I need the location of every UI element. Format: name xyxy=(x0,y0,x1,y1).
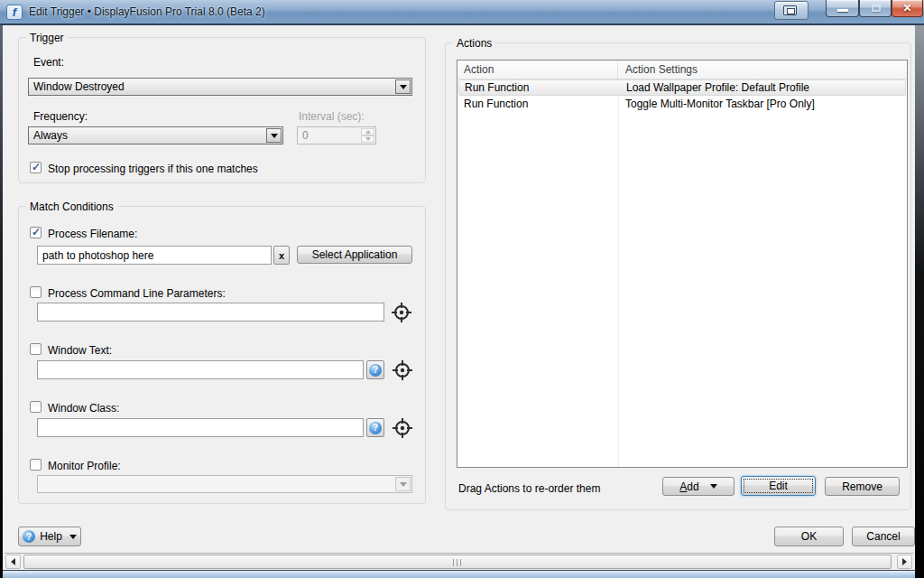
window: f Edit Trigger • DisplayFusion Pro Trial… xyxy=(0,0,924,578)
window-class-input[interactable] xyxy=(37,418,364,437)
cancel-label: Cancel xyxy=(866,530,900,543)
window-class-help-button[interactable]: ? xyxy=(366,418,384,437)
process-command-line-input[interactable] xyxy=(37,303,384,322)
spinner-up-icon xyxy=(365,130,371,134)
window-class-label: Window Class: xyxy=(48,402,119,415)
remove-label: Remove xyxy=(842,480,882,493)
chevron-down-icon xyxy=(400,85,407,89)
scroll-left-button[interactable] xyxy=(5,555,21,569)
interval-spinner: 0 xyxy=(297,126,376,144)
horizontal-scrollbar[interactable] xyxy=(5,553,913,569)
trigger-group-label: Trigger xyxy=(26,32,68,44)
match-conditions-group-label: Match Conditions xyxy=(26,200,117,213)
frequency-dropdown[interactable]: Always xyxy=(28,126,283,144)
window-text-label: Window Text: xyxy=(48,344,112,357)
actions-list[interactable]: Action Action Settings Run Function Load… xyxy=(457,60,908,468)
window-text-input[interactable] xyxy=(37,360,364,379)
cancel-button[interactable]: Cancel xyxy=(852,527,915,546)
action-cell: Run Function xyxy=(458,98,618,110)
action-cell: Run Function xyxy=(459,81,619,94)
monitor-icon xyxy=(783,5,797,15)
monitor-profile-checkbox[interactable] xyxy=(30,459,42,471)
remove-button[interactable]: Remove xyxy=(825,477,900,496)
window-text-help-button[interactable]: ? xyxy=(366,360,384,379)
interval-spin-down xyxy=(361,135,374,143)
monitor-profile-dropdown-button xyxy=(395,477,411,491)
help-button[interactable]: ? Help xyxy=(18,527,81,546)
chevron-down-icon xyxy=(271,134,278,138)
action-row[interactable]: Run Function Toggle Multi-Monitor Taskba… xyxy=(458,96,906,112)
event-label: Event: xyxy=(33,56,64,69)
frequency-label: Frequency: xyxy=(33,110,88,123)
monitor-profile-label: Monitor Profile: xyxy=(48,460,121,472)
event-dropdown-button[interactable] xyxy=(395,79,411,94)
focus-ring xyxy=(744,479,813,493)
frequency-value: Always xyxy=(33,129,68,142)
process-filename-input[interactable] xyxy=(37,246,272,265)
action-settings-cell: Load Wallpaper Profile: Default Profile xyxy=(619,81,809,94)
actions-group: Actions Action Action Settings Run Funct… xyxy=(445,42,911,510)
window-text-checkbox[interactable] xyxy=(30,343,42,355)
interval-label: Interval (sec): xyxy=(299,110,365,123)
question-icon: ? xyxy=(369,364,382,377)
dialog-client-area: Trigger Event: Window Destroyed Frequenc… xyxy=(3,25,915,570)
chevron-down-icon xyxy=(69,535,77,539)
scrollbar-thumb[interactable] xyxy=(23,555,892,569)
minimize-button[interactable] xyxy=(826,0,859,17)
window-finder-icon[interactable] xyxy=(390,301,413,324)
minimize-icon xyxy=(837,9,848,12)
question-icon: ? xyxy=(369,422,382,434)
ok-button[interactable]: OK xyxy=(774,527,844,546)
select-application-button[interactable]: Select Application xyxy=(297,246,412,264)
select-application-label: Select Application xyxy=(312,248,398,261)
window-finder-icon[interactable] xyxy=(391,416,414,440)
window-finder-icon[interactable] xyxy=(391,359,414,382)
column-header-action-settings[interactable]: Action Settings xyxy=(618,61,698,79)
actions-list-header[interactable]: Action Action Settings xyxy=(457,61,907,79)
interval-spin-up xyxy=(361,128,374,135)
window-title: Edit Trigger • DisplayFusion Pro Trial 8… xyxy=(29,5,265,18)
stop-processing-checkbox[interactable] xyxy=(30,162,42,173)
clear-filename-button[interactable]: x xyxy=(273,246,290,265)
ok-label: OK xyxy=(801,530,817,543)
titlebar[interactable]: f Edit Trigger • DisplayFusion Pro Trial… xyxy=(0,0,924,25)
help-icon: ? xyxy=(23,530,35,543)
close-icon: ✕ xyxy=(892,2,922,14)
process-command-line-checkbox[interactable] xyxy=(30,286,42,298)
process-command-line-label: Process Command Line Parameters: xyxy=(48,287,226,300)
clear-icon: x xyxy=(279,251,284,260)
chevron-down-icon xyxy=(710,484,717,489)
event-value: Window Destroyed xyxy=(33,80,125,93)
stop-processing-label: Stop processing triggers if this one mat… xyxy=(48,163,258,175)
grip-icon xyxy=(453,559,461,566)
drag-hint-text: Drag Actions to re-order them xyxy=(458,482,600,495)
process-filename-checkbox[interactable] xyxy=(30,227,42,238)
trigger-group: Trigger Event: Window Destroyed Frequenc… xyxy=(18,37,426,183)
add-label: dd xyxy=(687,480,698,493)
arrow-right-icon xyxy=(902,558,907,565)
maximize-icon xyxy=(872,5,881,12)
close-button[interactable]: ✕ xyxy=(892,0,923,17)
monitor-profile-dropdown xyxy=(37,475,412,493)
help-label: Help xyxy=(40,530,62,543)
spinner-down-icon xyxy=(365,137,371,141)
process-filename-label: Process Filename: xyxy=(48,228,137,240)
edit-button[interactable]: Edit xyxy=(741,476,816,496)
displayfusion-titlebar-button[interactable] xyxy=(774,1,808,20)
actions-group-label: Actions xyxy=(453,37,495,50)
window-class-checkbox[interactable] xyxy=(30,401,42,413)
frequency-dropdown-button[interactable] xyxy=(266,128,282,143)
action-row[interactable]: Run Function Load Wallpaper Profile: Def… xyxy=(458,79,906,96)
arrow-left-icon xyxy=(11,558,15,565)
chevron-down-icon xyxy=(400,482,407,487)
column-divider xyxy=(618,79,619,467)
add-button[interactable]: Add xyxy=(662,477,735,496)
column-header-action[interactable]: Action xyxy=(457,61,618,79)
app-icon: f xyxy=(6,5,23,20)
match-conditions-group: Match Conditions Process Filename: x Sel… xyxy=(18,206,426,504)
scroll-right-button[interactable] xyxy=(897,555,912,569)
window-border-right xyxy=(915,25,924,578)
maximize-button[interactable] xyxy=(859,0,892,17)
window-border-bottom xyxy=(3,570,915,578)
event-dropdown[interactable]: Window Destroyed xyxy=(28,78,412,96)
